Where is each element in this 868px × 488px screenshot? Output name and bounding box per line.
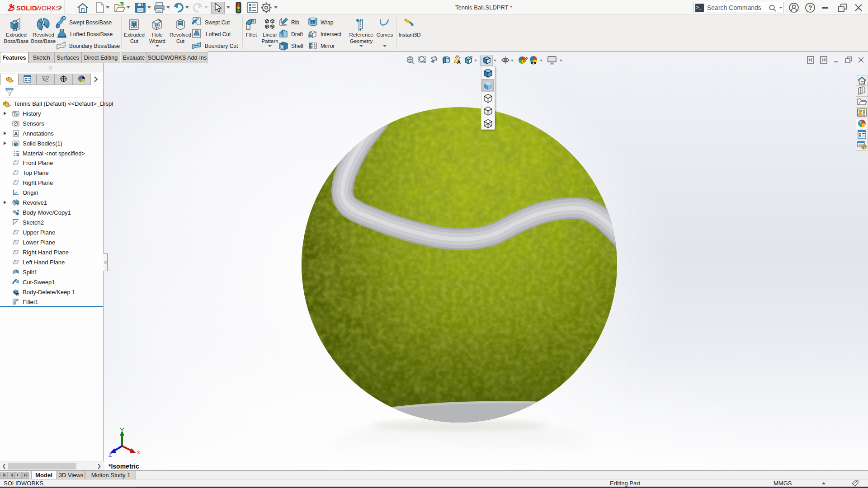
svg-text:?: ? — [808, 4, 812, 11]
svg-text:Z: Z — [108, 451, 112, 458]
svg-text:x: x — [137, 449, 140, 455]
svg-text:SOLID: SOLID — [16, 5, 37, 12]
svg-text:WORKS: WORKS — [35, 5, 61, 12]
svg-text:A: A — [457, 59, 461, 65]
